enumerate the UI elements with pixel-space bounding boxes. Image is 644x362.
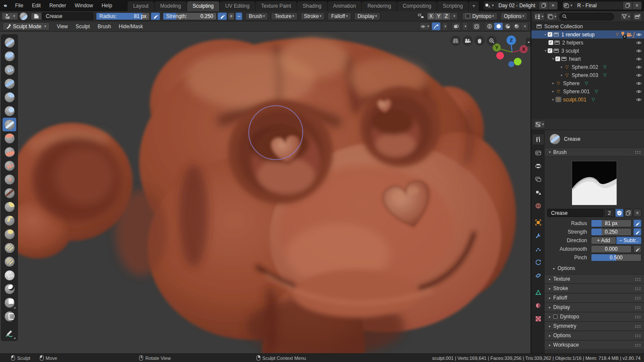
camera-view-button[interactable] [462,36,473,46]
tab-modifiers[interactable] [533,231,544,241]
tab-object[interactable] [533,217,544,228]
outliner-search-input[interactable] [559,13,614,21]
tool-annotate[interactable] [3,326,16,340]
zoom-view-button[interactable] [486,36,497,46]
pan-view-button[interactable] [474,36,485,46]
show-overlays-toggle[interactable] [452,22,461,30]
shading-wireframe-button[interactable] [485,23,494,30]
menu-brush[interactable]: Brush [94,22,115,31]
hide-eye-icon[interactable] [636,49,642,53]
outliner-row-helpers[interactable]: ✓ 2 helpers [531,39,644,47]
menu-window[interactable]: Window [71,1,98,10]
dyntopo-checkbox[interactable] [553,315,558,319]
tool-grab[interactable] [3,186,16,200]
tab-view-layer[interactable] [533,174,544,184]
outliner-display-mode-button[interactable]: ▾ [546,12,558,21]
tool-flatten[interactable] [3,145,16,159]
shading-material-button[interactable] [503,23,512,30]
brush-options-subpanel[interactable]: ▸ Options [545,262,644,274]
collection-checkbox[interactable]: ✓ [555,56,560,61]
tab-active-tool[interactable] [533,134,544,145]
tab-render[interactable] [533,148,544,158]
tool-snake-hook[interactable] [3,214,16,227]
copy-brush-button[interactable] [624,209,632,217]
scene-icon[interactable]: ▾ [484,2,495,9]
tool-pinch[interactable] [3,172,16,186]
texture-popover[interactable]: Texture▾ [271,12,297,20]
3d-viewport[interactable]: Z Y X ◂ [0,32,531,353]
view-layer-name[interactable]: R - Final [574,3,623,9]
hide-eye-icon[interactable] [636,57,642,61]
mirror-x-toggle[interactable]: X [427,13,435,20]
hide-eye-icon[interactable] [636,33,642,37]
brush-name-field[interactable]: Crease [42,12,93,20]
panel-options[interactable]: ▸Options [545,331,644,340]
object-visibility-popover[interactable]: ▾ [419,22,430,30]
panel-drag-handle[interactable] [635,287,641,290]
direction-subtract-button[interactable]: − Subtr.. [616,237,641,244]
tool-elastic-deform[interactable] [3,200,16,214]
menu-help[interactable]: Help [97,1,116,10]
view-layer-icon[interactable]: ▾ [563,2,574,9]
direction-add-toggle[interactable]: + [228,12,235,20]
outliner-row-sphere-003[interactable]: ▸ ▽ Sphere.003 ▽ [531,71,644,79]
hide-eye-icon[interactable] [636,89,642,94]
outliner-row-sphere[interactable]: ▸ ▽ Sphere ▽ [531,79,644,87]
radius-slider[interactable]: Radius: 81 px [96,12,150,20]
tool-blob[interactable] [3,104,16,118]
options-popover[interactable]: Options▾ [501,12,528,20]
brush-users-button[interactable]: 2 [604,209,614,217]
tool-box-mask[interactable] [3,296,16,309]
outliner-row-sculpt-001[interactable]: ▸ ▽ sculpt.001 ▽ [531,95,644,104]
tool-scrape[interactable] [3,159,16,172]
tab-sculpting[interactable]: Sculpting [187,1,219,11]
menu-file[interactable]: File [11,1,27,10]
direction-subtract-toggle[interactable]: − [236,12,242,20]
tool-clay-strips[interactable] [3,63,16,77]
tool-inflate[interactable] [3,90,16,104]
tab-object-data[interactable] [533,287,544,297]
remove-view-layer-button[interactable]: × [632,2,641,9]
tool-smooth[interactable] [3,131,16,145]
collapse-arrow-icon[interactable]: ▾ [543,49,548,53]
gizmo-x-handle[interactable]: X [522,47,525,52]
xray-toggle[interactable] [472,22,481,30]
tool-nudge[interactable] [3,241,16,255]
pinch-slider[interactable]: 0.500 [591,254,641,261]
tool-draw[interactable] [3,36,16,49]
autosmooth-slider[interactable]: 0.000 [591,245,632,253]
panel-drag-handle[interactable] [635,278,641,281]
tab-layout[interactable]: Layout [128,1,154,11]
tab-scene[interactable] [533,187,544,198]
tab-physics[interactable] [533,257,544,267]
tab-world[interactable] [533,201,544,211]
tab-texture-paint[interactable]: Texture Paint [256,1,297,11]
strength-slider[interactable]: Strength: 0.250 [163,12,217,20]
hide-eye-icon[interactable] [636,41,642,45]
panel-stroke[interactable]: ▸Stroke [545,284,644,293]
gizmo-y-handle[interactable]: Y [495,45,498,50]
brush-preview-image[interactable] [572,161,617,205]
browse-brush-button[interactable] [31,12,42,20]
toggle-grid-button[interactable] [450,36,461,46]
tab-modeling[interactable]: Modeling [155,1,187,11]
tab-output[interactable] [533,161,544,171]
panel-texture[interactable]: ▸Texture [545,274,644,283]
outliner-row-render-setup[interactable]: ▸ ✓ 1 render setup ▽ 9 ʃ [531,30,644,39]
panel-drag-handle[interactable] [635,297,641,300]
properties-editor-type-button[interactable]: ▾ [534,120,545,128]
falloff-popover[interactable]: Falloff▾ [328,12,351,20]
tool-simplify[interactable] [3,268,16,282]
hide-eye-icon[interactable] [636,65,642,69]
outliner-row-sphere-002[interactable]: ▸ ▽ Sphere.002 ▽ [531,63,644,71]
mode-selector[interactable]: Sculpt Mode ▾ [3,22,50,30]
strength-pressure-toggle[interactable] [218,12,227,20]
collection-checkbox[interactable]: ✓ [548,32,552,37]
outliner-row-scene-collection[interactable]: Scene Collection [531,22,644,30]
tab-uv-editing[interactable]: UV Editing [220,1,255,11]
tab-constraints[interactable] [533,270,544,281]
strength-pressure-toggle[interactable] [633,228,641,236]
dyntopo-popover[interactable]: Dyntopo▾ [462,12,498,20]
overlays-options-dropdown[interactable]: ▾ [462,22,468,30]
tool-clay[interactable] [3,49,16,63]
